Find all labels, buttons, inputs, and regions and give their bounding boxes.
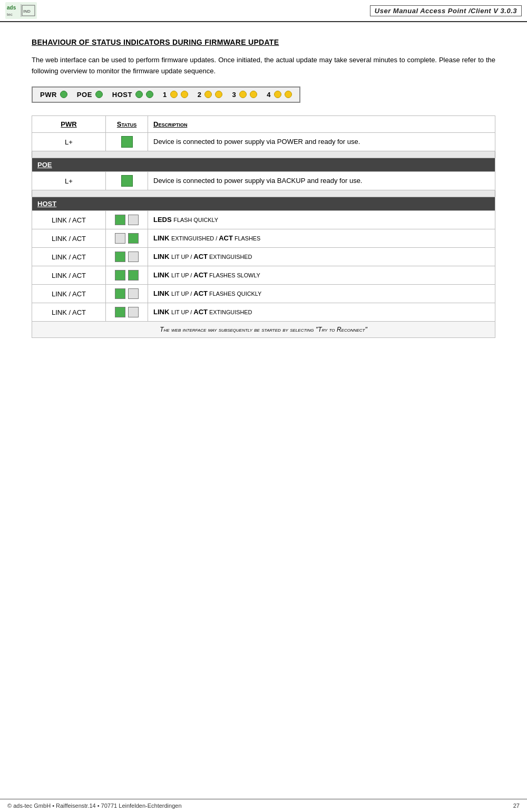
intro-text: The web interface can be used to perform… (32, 55, 495, 77)
host-row-6-label: LINK / ACT (32, 303, 106, 322)
host-row-6-led1 (115, 307, 125, 317)
host-row-3-label: LINK / ACT (32, 248, 106, 266)
pwr-led (60, 91, 67, 98)
poe-led (95, 91, 103, 98)
host-row-3: LINK / ACT LINK LIT UP / ACT EXTINGUISHE… (32, 248, 495, 266)
poe-row-label: L+ (32, 172, 106, 190)
port4-led2 (285, 91, 292, 98)
host-section-header: HOST (32, 197, 495, 211)
page-header: ads tec IND User Manual Access Point /Cl… (0, 0, 527, 22)
host-row-2-led2 (128, 233, 139, 244)
port1-label: 1 (163, 91, 167, 99)
col-header-pwr: PWR (32, 115, 106, 133)
footer-copyright: © ads-tec GmbH • Raiffeisenstr.14 • 7077… (7, 803, 182, 809)
port2-led1 (204, 91, 212, 98)
host-row-1-led2 (128, 215, 139, 225)
host-row-6-led2 (128, 307, 139, 317)
host-row-4-label: LINK / ACT (32, 266, 106, 285)
svg-text:ads: ads (7, 5, 16, 11)
poe-section-header: POE (32, 158, 495, 172)
page-footer: © ads-tec GmbH • Raiffeisenstr.14 • 7077… (0, 799, 527, 812)
host-led2 (146, 91, 153, 98)
host-row-1: LINK / ACT LEDS FLASH QUICKLY (32, 211, 495, 229)
svg-text:IND: IND (23, 9, 31, 14)
host-row-5-label: LINK / ACT (32, 285, 106, 303)
host-row-2-status (106, 229, 148, 248)
port1-led2 (181, 91, 188, 98)
host-row-3-led2 (128, 252, 139, 262)
host-row-1-led1 (115, 215, 125, 225)
poe-status-led (121, 175, 133, 187)
port3-led1 (239, 91, 247, 98)
poe-section-label: POE (32, 158, 495, 172)
port1-led1 (170, 91, 178, 98)
host-row-4-status (106, 266, 148, 285)
note-text: The web interface may subsequently be st… (32, 322, 495, 338)
host-row-4-led1 (115, 270, 125, 281)
port3-led2 (250, 91, 257, 98)
port4-led1 (274, 91, 281, 98)
poe-label: POE (77, 91, 92, 99)
host-section-label: HOST (32, 197, 495, 211)
col-header-status: Status (106, 115, 148, 133)
col-header-desc: Description (148, 115, 495, 133)
status-table: PWR Status Description L+ Device is conn… (32, 115, 495, 339)
host-row-3-status (106, 248, 148, 266)
svg-text:tec: tec (7, 12, 13, 17)
note-row: The web interface may subsequently be st… (32, 322, 495, 338)
pwr-row-status (106, 133, 148, 151)
host-row-6-status (106, 303, 148, 322)
host-row-6-desc: LINK LIT UP / ACT EXTINGUISHED (148, 303, 495, 322)
page-number: 27 (513, 803, 520, 809)
host-row-6: LINK / ACT LINK LIT UP / ACT EXTINGUISHE… (32, 303, 495, 322)
spacer-row-2 (32, 190, 495, 197)
host-row-2-desc: LINK EXTINGUISHED / ACT FLASHES (148, 229, 495, 248)
host-row-2-label: LINK / ACT (32, 229, 106, 248)
poe-row-status (106, 172, 148, 190)
host-row-2-led1 (115, 233, 125, 244)
pwr-label: PWR (40, 91, 57, 99)
port2-led2 (215, 91, 222, 98)
poe-row: L+ Device is connected to power supply v… (32, 172, 495, 190)
pwr-row-desc: Device is connected to power supply via … (148, 133, 495, 151)
host-row-2: LINK / ACT LINK EXTINGUISHED / ACT FLASH… (32, 229, 495, 248)
table-header-row: PWR Status Description (32, 115, 495, 133)
host-led1 (135, 91, 143, 98)
spacer-row-1 (32, 151, 495, 158)
port3-label: 3 (232, 91, 236, 99)
host-row-5-led2 (128, 288, 139, 299)
host-row-1-label: LINK / ACT (32, 211, 106, 229)
page-title: Behaviour of Status Indicators during Fi… (32, 38, 495, 46)
main-content: Behaviour of Status Indicators during Fi… (0, 22, 527, 380)
host-label: HOST (112, 91, 132, 99)
host-row-5-led1 (115, 288, 125, 299)
host-row-4-led2 (128, 270, 139, 281)
led-indicator-bar: PWR POE HOST 1 2 3 4 (32, 86, 300, 103)
host-row-4-desc: LINK LIT UP / ACT FLASHES SLOWLY (148, 266, 495, 285)
pwr-row: L+ Device is connected to power supply v… (32, 133, 495, 151)
host-row-5-status (106, 285, 148, 303)
host-row-5: LINK / ACT LINK LIT UP / ACT FLASHES QUI… (32, 285, 495, 303)
host-row-4: LINK / ACT LINK LIT UP / ACT FLASHES SLO… (32, 266, 495, 285)
host-row-5-desc: LINK LIT UP / ACT FLASHES QUICKLY (148, 285, 495, 303)
host-row-1-desc: LEDS FLASH QUICKLY (148, 211, 495, 229)
port2-label: 2 (198, 91, 202, 99)
header-title: User Manual Access Point /Client V 3.0.3 (370, 5, 522, 16)
pwr-status-led (121, 136, 133, 148)
port4-label: 4 (267, 91, 271, 99)
host-row-1-status (106, 211, 148, 229)
pwr-row-label: L+ (32, 133, 106, 151)
host-row-3-desc: LINK LIT UP / ACT EXTINGUISHED (148, 248, 495, 266)
host-row-3-led1 (115, 252, 125, 262)
poe-row-desc: Device is connected to power supply via … (148, 172, 495, 190)
logo: ads tec IND (5, 2, 37, 19)
